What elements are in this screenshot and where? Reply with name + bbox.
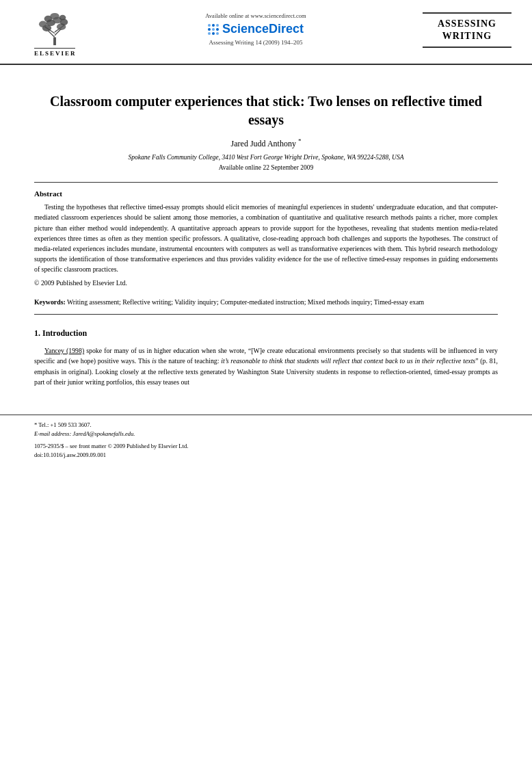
footer-tel: * Tel.: +1 509 533 3607. <box>34 421 498 430</box>
svg-point-6 <box>39 21 47 28</box>
sd-dot <box>216 24 219 27</box>
svg-rect-0 <box>53 38 56 46</box>
author-reference: Yancey (1998) <box>44 347 84 354</box>
sciencedirect-logo: ScienceDirect <box>103 22 409 36</box>
page: ELSEVIER Available online at www.science… <box>0 0 532 775</box>
elsevier-tree-icon <box>34 12 75 47</box>
page-header: ELSEVIER Available online at www.science… <box>0 0 532 65</box>
footer-bottom: 1075-2935/$ – see front matter © 2009 Pu… <box>0 438 532 464</box>
footer: * Tel.: +1 509 533 3607. E-mail address:… <box>0 415 532 438</box>
intro-text-italic: it’s reasonable to think that students w… <box>221 357 475 365</box>
affiliation: Spokane Falls Community College, 3410 We… <box>34 153 498 162</box>
intro-paragraph: Yancey (1998) spoke for many of us in hi… <box>34 345 498 387</box>
sd-dot <box>212 28 215 31</box>
elsevier-label: ELSEVIER <box>34 48 75 57</box>
sciencedirect-text: ScienceDirect <box>222 22 304 36</box>
divider-2 <box>34 314 498 315</box>
available-date: Available online 22 September 2009 <box>34 164 498 171</box>
sd-dot <box>208 32 211 35</box>
abstract-section: Abstract Testing the hypotheses that ref… <box>34 189 498 286</box>
sd-dot <box>212 32 215 35</box>
svg-point-12 <box>50 13 59 20</box>
introduction-section: 1. Introduction Yancey (1998) spoke for … <box>34 328 498 387</box>
abstract-text: Testing the hypotheses that reflective t… <box>34 202 498 274</box>
footer-bottom-line1: 1075-2935/$ – see front matter © 2009 Pu… <box>34 442 498 451</box>
keywords: Keywords: Writing assessment; Reflective… <box>34 298 498 308</box>
sd-dot <box>208 28 211 31</box>
header-center: Available online at www.sciencedirect.co… <box>89 12 423 46</box>
journal-info: Assessing Writing 14 (2009) 194–205 <box>103 39 409 46</box>
footer-note: * Tel.: +1 509 533 3607. E-mail address:… <box>34 421 498 438</box>
email-label: E-mail address: <box>34 430 71 437</box>
sd-dot <box>208 24 211 27</box>
sd-dots-icon <box>208 24 219 35</box>
footer-email: E-mail address: JaredA@spokanefalls.edu. <box>34 430 498 438</box>
assessing-writing-label: ASSESSING WRITING <box>423 12 511 48</box>
keywords-text: Writing assessment; Reflective writing; … <box>67 298 424 306</box>
svg-point-13 <box>59 15 66 21</box>
footer-bottom-line2: doi:10.1016/j.asw.2009.09.001 <box>34 451 498 460</box>
intro-text-body2: the nature of teaching: <box>157 357 222 365</box>
intro-heading: 1. Introduction <box>34 328 498 339</box>
sd-dot <box>216 28 219 31</box>
sd-dot <box>216 32 219 35</box>
author-name: Jared Judd Anthony * <box>34 137 498 149</box>
divider <box>34 182 498 183</box>
journal-name: ASSESSING WRITING <box>423 12 511 48</box>
elsevier-branding: ELSEVIER <box>21 12 89 57</box>
keywords-label: Keywords: <box>34 298 66 306</box>
main-content: Classroom computer experiences that stic… <box>0 65 532 401</box>
available-online-text: Available online at www.sciencedirect.co… <box>103 12 409 19</box>
abstract-heading: Abstract <box>34 189 498 198</box>
elsevier-logo: ELSEVIER <box>21 12 89 57</box>
sd-dot <box>212 24 215 27</box>
email-address: JaredA@spokanefalls.edu. <box>72 430 135 437</box>
copyright: © 2009 Published by Elsevier Ltd. <box>34 279 498 287</box>
article-title: Classroom computer experiences that stic… <box>34 92 498 129</box>
